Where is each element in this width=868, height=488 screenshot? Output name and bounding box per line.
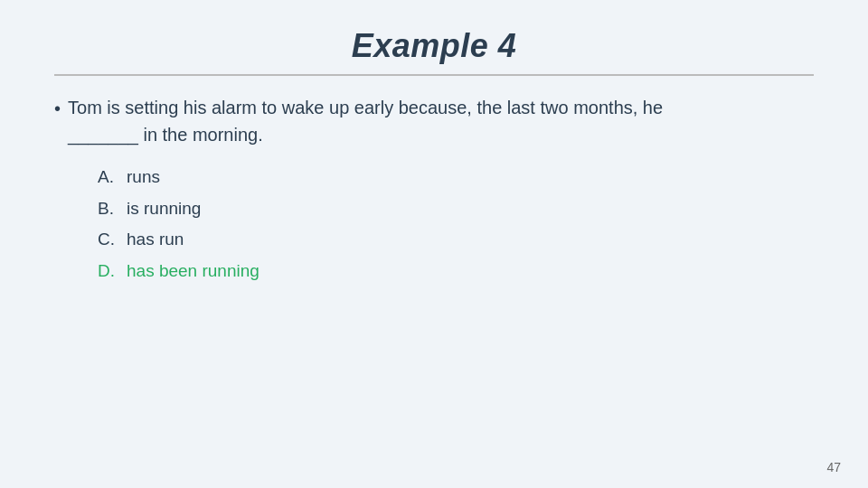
option-c-text: has run	[127, 227, 184, 253]
option-d-text: has been running	[127, 258, 259, 285]
option-b-text: is running	[127, 196, 201, 222]
question-text: • Tom is setting his alarm to wake up ea…	[54, 94, 814, 148]
option-a-label: A.	[98, 164, 118, 191]
option-d: D. has been running	[98, 258, 814, 285]
question-body: Tom is setting his alarm to wake up earl…	[68, 94, 663, 148]
option-c-label: C.	[98, 227, 118, 253]
title-divider	[54, 74, 814, 76]
slide-title: Example 4	[54, 27, 814, 65]
option-b-label: B.	[98, 196, 118, 222]
option-c: C. has run	[98, 227, 814, 253]
page-number: 47	[826, 460, 841, 474]
slide: Example 4 • Tom is setting his alarm to …	[0, 0, 868, 488]
option-b: B. is running	[98, 196, 814, 222]
option-a-text: runs	[127, 164, 160, 191]
bullet-point: •	[54, 95, 61, 122]
option-a: A. runs	[98, 164, 814, 191]
content-area: • Tom is setting his alarm to wake up ea…	[54, 94, 814, 284]
question-line1: Tom is setting his alarm to wake up earl…	[68, 98, 663, 117]
question-line2: _______ in the morning.	[68, 125, 263, 145]
options-list: A. runs B. is running C. has run D. has …	[98, 164, 814, 284]
option-d-label: D.	[98, 258, 118, 285]
title-section: Example 4	[54, 27, 814, 76]
